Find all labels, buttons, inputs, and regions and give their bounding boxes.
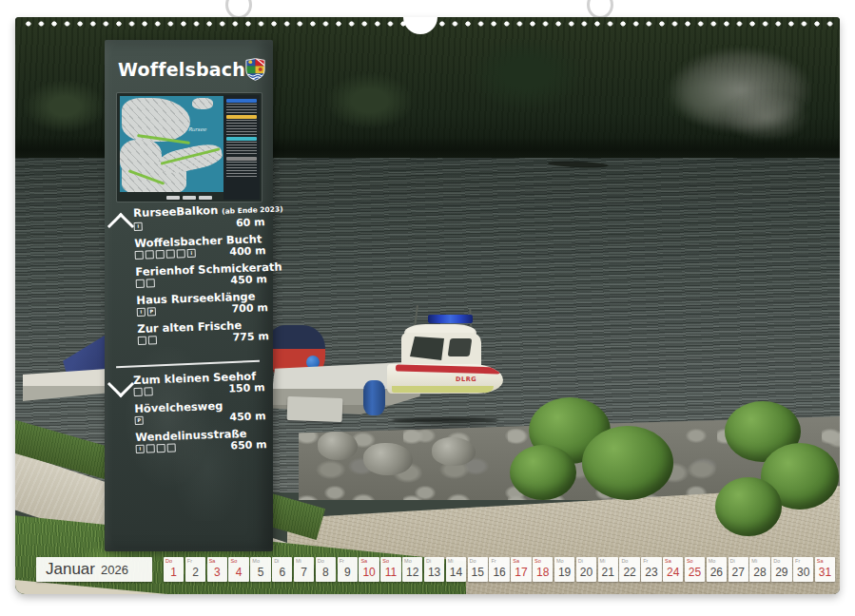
day-number: 31 bbox=[815, 566, 835, 579]
picnic-icon bbox=[156, 250, 165, 259]
weekday-abbr: Fr bbox=[491, 558, 496, 564]
bush bbox=[510, 445, 576, 500]
weekday-abbr: Mo bbox=[252, 558, 260, 564]
weekday-abbr: Do bbox=[165, 558, 172, 564]
legend-text-lines bbox=[226, 142, 257, 155]
sign-town-name: Woffelsbach bbox=[118, 59, 245, 80]
calendar-day: Mi14 bbox=[446, 557, 466, 582]
weekday-abbr: So bbox=[534, 558, 541, 564]
calendar-day: Di6 bbox=[272, 557, 292, 582]
weekday-abbr: Di bbox=[578, 558, 583, 564]
legend-header-yellow bbox=[226, 115, 257, 119]
day-number: 3 bbox=[207, 566, 227, 579]
bush bbox=[715, 477, 782, 536]
weekday-abbr: Do bbox=[621, 558, 628, 564]
destination-distance: 60 m bbox=[236, 218, 265, 227]
calendar-day: Di13 bbox=[424, 557, 444, 582]
blue-light-bar bbox=[428, 315, 473, 323]
sign-entry: Wendelinusstraßei650 m bbox=[135, 427, 267, 453]
day-number: 10 bbox=[359, 566, 379, 579]
boat-hull: DLRG bbox=[387, 364, 503, 394]
weekday-abbr: Do bbox=[773, 558, 780, 564]
calendar-day: Sa3 bbox=[207, 557, 227, 582]
calendar-day: So11 bbox=[380, 557, 400, 582]
day-number: 14 bbox=[446, 566, 466, 579]
legend-text-lines bbox=[226, 162, 257, 179]
weekday-abbr: So bbox=[382, 558, 389, 564]
restaurant-icon bbox=[133, 388, 142, 396]
boat-waterline-shadow bbox=[392, 417, 498, 423]
weekday-abbr: Mo bbox=[404, 558, 412, 564]
swim-icon bbox=[135, 251, 144, 260]
bed-icon bbox=[146, 279, 155, 287]
boat-cabin bbox=[401, 333, 481, 367]
destinations-ahead: RurseeBalkon (ab Ende 2023)i60 mWoffelsb… bbox=[133, 202, 269, 352]
day-number: 27 bbox=[729, 566, 748, 579]
calendar-day: Sa31 bbox=[815, 557, 835, 582]
day-number: 25 bbox=[685, 566, 705, 579]
concrete-block bbox=[287, 396, 343, 422]
day-number: 26 bbox=[707, 566, 727, 579]
calendar-day: Do29 bbox=[771, 557, 791, 582]
coat-of-arms-icon bbox=[245, 55, 265, 84]
weekday-abbr: Sa bbox=[817, 558, 824, 564]
sign-entry: Zur alten Frische775 m bbox=[137, 318, 269, 345]
destination-distance: 450 m bbox=[230, 275, 267, 284]
calendar-day: Fr9 bbox=[338, 557, 358, 582]
calendar-day: So4 bbox=[228, 557, 248, 582]
calendar-day: So18 bbox=[533, 557, 553, 582]
map-land bbox=[122, 98, 190, 142]
month-label: Januar 2026 bbox=[36, 557, 152, 582]
weekday-abbr: Di bbox=[274, 558, 279, 564]
parking-icon: P bbox=[147, 307, 156, 316]
calendar-day: Sa24 bbox=[663, 557, 683, 582]
day-number: 12 bbox=[402, 566, 422, 579]
destinations-behind: Zum kleinen Seehof150 mHövelcheswegP450 … bbox=[133, 370, 267, 460]
weekday-abbr: Do bbox=[318, 558, 324, 564]
day-number: 30 bbox=[793, 566, 813, 579]
legend-text-lines bbox=[226, 104, 257, 113]
right-shore-plants bbox=[715, 395, 840, 552]
bed-icon bbox=[144, 387, 152, 395]
calendar-day: Di27 bbox=[729, 557, 748, 582]
day-number: 9 bbox=[338, 566, 358, 579]
day-number: 18 bbox=[533, 566, 553, 579]
info-icon: i bbox=[187, 249, 196, 258]
legend-header-gray bbox=[226, 157, 257, 161]
day-number: 4 bbox=[228, 566, 248, 579]
sign-entry: RurseeBalkon (ab Ende 2023)i60 m bbox=[133, 202, 265, 231]
calendar-days: Do1Fr2Sa3So4Mo5Di6Mi7Do8Fr9Sa10So11Mo12D… bbox=[164, 557, 835, 582]
calendar-day: Mo5 bbox=[250, 557, 270, 582]
weekday-abbr: So bbox=[687, 558, 693, 564]
weekday-abbr: Fr bbox=[187, 558, 192, 564]
day-number: 15 bbox=[468, 566, 488, 579]
wayfinding-sign: Woffelsbach bbox=[105, 40, 273, 551]
destination-distance: 450 m bbox=[229, 412, 266, 421]
calendar-day: Do15 bbox=[468, 557, 488, 582]
destination-distance: 400 m bbox=[229, 246, 266, 256]
calendar-day: So25 bbox=[685, 557, 705, 582]
chevron-down-icon bbox=[107, 371, 134, 397]
weekday-abbr: Sa bbox=[665, 558, 671, 564]
calendar-day: Do22 bbox=[619, 557, 639, 582]
rescue-boat: DLRG bbox=[386, 305, 508, 421]
boulder bbox=[318, 432, 358, 460]
bed-icon bbox=[148, 336, 157, 344]
calendar-day: Sa17 bbox=[511, 557, 531, 582]
weekday-abbr: Mi bbox=[296, 558, 301, 564]
day-number: 5 bbox=[250, 566, 270, 579]
playground-icon bbox=[166, 250, 175, 259]
day-number: 23 bbox=[641, 566, 661, 579]
weekday-abbr: Mo bbox=[709, 558, 716, 564]
sign-entry: Woffelsbacher Buchti400 m bbox=[134, 233, 266, 260]
boat-label: DLRG bbox=[456, 375, 476, 383]
weekday-abbr: Mi bbox=[751, 558, 757, 564]
day-number: 28 bbox=[749, 566, 769, 579]
map-peninsula bbox=[156, 141, 224, 177]
destination-distance: 775 m bbox=[232, 332, 269, 341]
sign-divider bbox=[116, 360, 260, 368]
legend-header-blue bbox=[226, 99, 257, 103]
weekday-abbr: Sa bbox=[513, 558, 519, 564]
weekday-abbr: Di bbox=[730, 558, 735, 564]
map-lake-label: Rursee bbox=[188, 126, 206, 132]
